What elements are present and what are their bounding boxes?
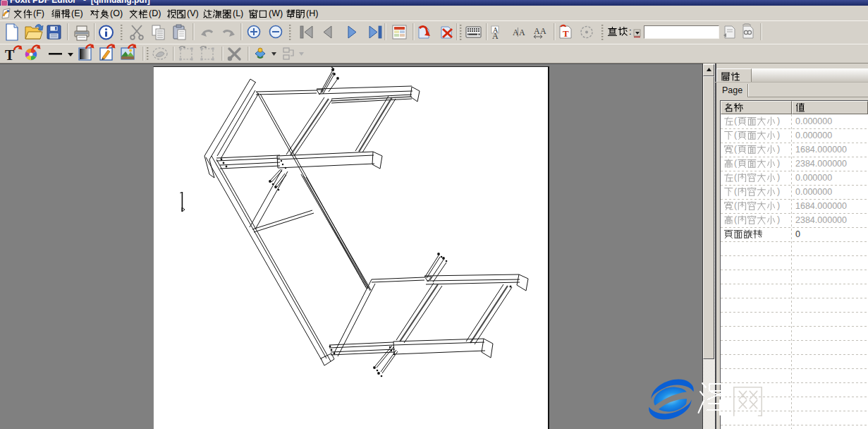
svg-text:A: A — [540, 26, 546, 36]
svg-text:T: T — [5, 47, 15, 63]
svg-text:A: A — [519, 28, 525, 37]
svg-text:T: T — [563, 28, 569, 39]
svg-text:A: A — [534, 26, 540, 36]
svg-text:A: A — [493, 26, 499, 34]
